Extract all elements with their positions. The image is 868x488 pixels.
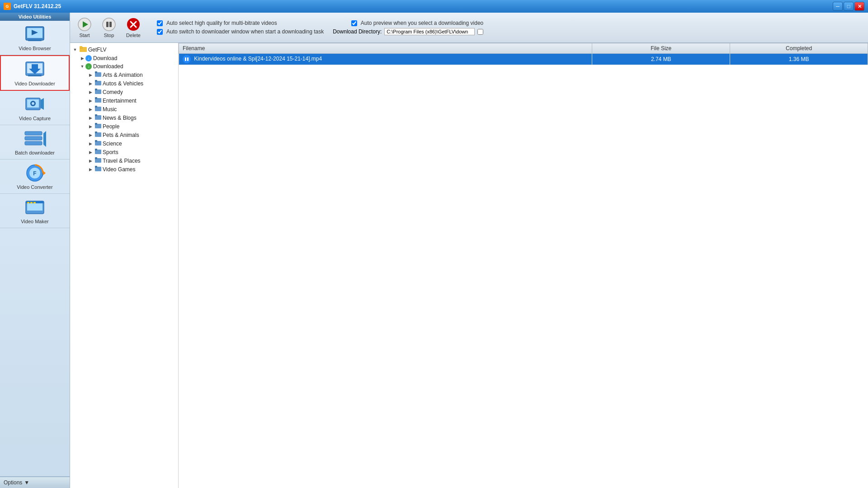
download-dir-input[interactable] bbox=[384, 28, 475, 35]
tree-comedy-label: Comedy bbox=[103, 89, 123, 95]
download-dir-label: Download Directory: bbox=[333, 28, 382, 35]
tree-music-expand-icon[interactable]: ▶ bbox=[87, 106, 94, 113]
sidebar-item-label-video-capture: Video Capture bbox=[19, 116, 51, 121]
stop-button[interactable]: Stop bbox=[99, 15, 119, 40]
dir-checkbox[interactable] bbox=[477, 29, 483, 35]
tree-item-sports[interactable]: ▶ Sports bbox=[70, 148, 178, 156]
tree-item-travel[interactable]: ▶ Travel & Places bbox=[70, 156, 178, 165]
checkbox-quality[interactable] bbox=[157, 20, 163, 26]
file-pause-icon bbox=[183, 55, 191, 63]
checkbox-preview[interactable] bbox=[351, 20, 357, 26]
sidebar-item-video-browser[interactable]: Video Browser bbox=[0, 21, 70, 55]
tree-arts-expand-icon[interactable]: ▶ bbox=[87, 72, 94, 78]
video-capture-icon bbox=[24, 94, 46, 115]
options-label: Options bbox=[4, 479, 22, 486]
col-filename[interactable]: Filename bbox=[179, 43, 592, 54]
svg-rect-15 bbox=[25, 141, 42, 145]
close-button[interactable]: ✕ bbox=[854, 2, 864, 11]
tree-item-arts[interactable]: ▶ Arts & Animation bbox=[70, 70, 178, 79]
tree-item-autos[interactable]: ▶ Autos & Vehicles bbox=[70, 79, 178, 88]
row-filesize: 2.74 MB bbox=[592, 54, 730, 65]
tree-comedy-expand-icon[interactable]: ▶ bbox=[87, 89, 94, 95]
tree-videogames-expand-icon[interactable]: ▶ bbox=[87, 166, 94, 173]
col-completed[interactable]: Completed bbox=[730, 43, 868, 54]
sidebar-item-video-downloader[interactable]: Video Downloader bbox=[0, 55, 70, 91]
restore-button[interactable]: □ bbox=[844, 2, 854, 11]
svg-rect-24 bbox=[27, 202, 29, 203]
sidebar-item-batch-downloader[interactable]: Batch downloader bbox=[0, 125, 70, 160]
svg-rect-59 bbox=[95, 157, 97, 159]
svg-rect-22 bbox=[27, 202, 42, 211]
tree-sports-expand-icon[interactable]: ▶ bbox=[87, 149, 94, 155]
svg-marker-16 bbox=[43, 131, 46, 147]
tree-travel-expand-icon[interactable]: ▶ bbox=[87, 158, 94, 164]
svg-marker-20 bbox=[43, 171, 46, 175]
row-filename-text: Kindervideos online & Spi[24-12-2024 15-… bbox=[194, 56, 322, 62]
tree-videogames-label: Video Games bbox=[103, 166, 136, 173]
checkbox-switch[interactable] bbox=[157, 29, 163, 35]
tree-item-news[interactable]: ▶ News & Blogs bbox=[70, 113, 178, 122]
tree-root[interactable]: ▼ GetFLV bbox=[70, 45, 178, 54]
tree-videogames-folder-icon bbox=[95, 166, 101, 173]
tree-entertainment-expand-icon[interactable]: ▶ bbox=[87, 98, 94, 104]
svg-rect-31 bbox=[109, 22, 112, 27]
tree-science-expand-icon[interactable]: ▶ bbox=[87, 141, 94, 147]
tree-autos-expand-icon[interactable]: ▶ bbox=[87, 80, 94, 87]
tree-travel-folder-icon bbox=[95, 157, 101, 164]
app-icon: G bbox=[4, 3, 11, 10]
tree-item-download[interactable]: ▶ ↓ Download bbox=[70, 54, 178, 62]
sidebar-item-video-maker[interactable]: Video Maker bbox=[0, 194, 70, 228]
svg-rect-62 bbox=[185, 57, 186, 61]
option-preview: Auto preview when you select a downloadi… bbox=[351, 20, 484, 26]
tree-root-expand-icon[interactable]: ▼ bbox=[72, 47, 78, 53]
tree-panel: ▼ GetFLV ▶ ↓ bbox=[70, 43, 179, 488]
video-maker-icon bbox=[24, 197, 46, 218]
tree-entertainment-folder-icon bbox=[95, 97, 101, 104]
tree-root-label: GetFLV bbox=[88, 47, 106, 53]
tree-download-expand-icon[interactable]: ▶ bbox=[79, 55, 85, 61]
svg-rect-39 bbox=[95, 71, 97, 73]
svg-rect-45 bbox=[95, 97, 97, 99]
delete-button[interactable]: Delete bbox=[123, 15, 143, 40]
tree-item-music[interactable]: ▶ Music bbox=[70, 105, 178, 113]
options-row-2: Auto switch to downloader window when st… bbox=[157, 28, 483, 35]
tree-table-area: ▼ GetFLV ▶ ↓ bbox=[70, 43, 868, 488]
sidebar: Video Utilities Video Browser bbox=[0, 13, 70, 488]
tree-item-downloaded[interactable]: ▼ ↓ Downloaded bbox=[70, 62, 178, 70]
sidebar-item-video-converter[interactable]: F Video Converter bbox=[0, 160, 70, 194]
tree-item-entertainment[interactable]: ▶ Entertainment bbox=[70, 96, 178, 105]
svg-rect-53 bbox=[95, 131, 97, 133]
delete-label: Delete bbox=[126, 33, 141, 38]
tree-item-science[interactable]: ▶ Science bbox=[70, 139, 178, 148]
start-button[interactable]: Start bbox=[75, 15, 94, 40]
tree-news-expand-icon[interactable]: ▶ bbox=[87, 115, 94, 121]
tree-pets-expand-icon[interactable]: ▶ bbox=[87, 132, 94, 138]
col-filesize[interactable]: File Size bbox=[592, 43, 730, 54]
options-button[interactable]: Options ▼ bbox=[0, 477, 70, 488]
tree-item-videogames[interactable]: ▶ Video Games bbox=[70, 165, 178, 174]
tree-travel-label: Travel & Places bbox=[103, 158, 141, 164]
minimize-button[interactable]: ─ bbox=[833, 2, 843, 11]
delete-icon bbox=[126, 17, 141, 32]
tree-item-pets[interactable]: ▶ Pets & Animals bbox=[70, 131, 178, 139]
sidebar-item-video-capture[interactable]: Video Capture bbox=[0, 91, 70, 125]
tree-pets-folder-icon bbox=[95, 131, 101, 138]
tree-music-label: Music bbox=[103, 106, 117, 113]
row-filename: Kindervideos online & Spi[24-12-2024 15-… bbox=[179, 54, 592, 65]
svg-rect-57 bbox=[95, 149, 97, 150]
stop-label: Stop bbox=[104, 33, 114, 38]
tree-item-people[interactable]: ▶ People bbox=[70, 122, 178, 131]
table-row[interactable]: Kindervideos online & Spi[24-12-2024 15-… bbox=[179, 54, 868, 65]
sidebar-options: Options ▼ bbox=[0, 476, 70, 488]
sidebar-item-label-video-converter: Video Converter bbox=[17, 184, 52, 190]
tree-item-comedy[interactable]: ▶ Comedy bbox=[70, 88, 178, 96]
start-icon bbox=[77, 17, 92, 32]
tree-root-folder-icon bbox=[80, 46, 87, 53]
svg-text:F: F bbox=[33, 170, 36, 177]
download-dl-icon: ↓ bbox=[85, 55, 92, 61]
svg-rect-14 bbox=[25, 136, 42, 140]
tree-downloaded-expand-icon[interactable]: ▼ bbox=[79, 63, 85, 70]
tree-people-expand-icon[interactable]: ▶ bbox=[87, 123, 94, 130]
svg-rect-25 bbox=[30, 202, 33, 203]
title-bar: G GetFLV 31.2412.25 ─ □ ✕ bbox=[0, 0, 868, 13]
